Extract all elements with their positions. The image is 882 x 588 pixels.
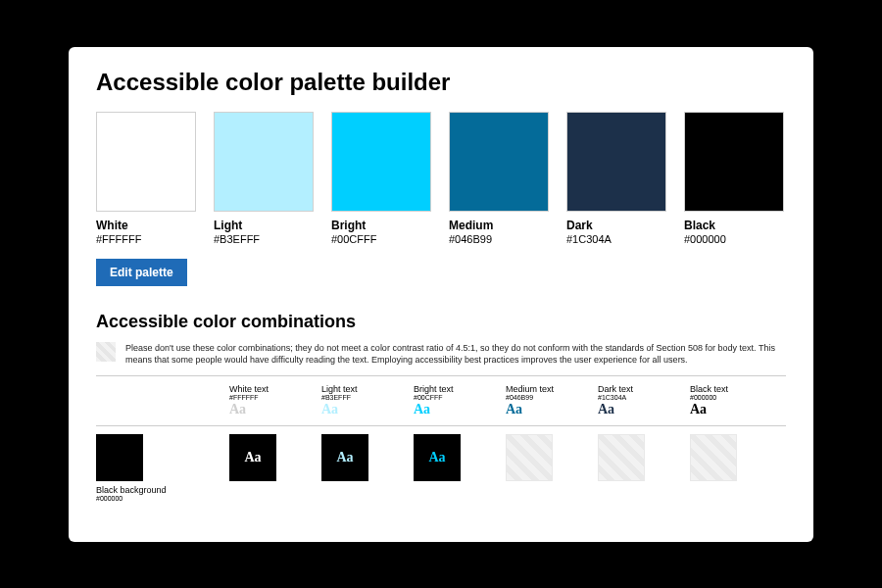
swatch-box[interactable] [566, 112, 666, 212]
combo-row-bg-swatch [96, 434, 143, 481]
combo-row-bg-label: Black background [96, 485, 206, 495]
swatch-name: Black [684, 219, 784, 232]
combo-header-label: Bright text [414, 384, 482, 394]
swatch-hex: #1C304A [566, 233, 666, 245]
swatch-col: Medium#046B99 [449, 112, 549, 245]
combinations-table: White text#FFFFFFAaLight text#B3EFFFAaBr… [96, 384, 786, 502]
combo-header-hex: #00CFFF [414, 394, 482, 401]
swatch-name: Medium [449, 219, 549, 232]
combo-header-hex: #FFFFFF [229, 394, 298, 401]
swatch-box[interactable] [331, 112, 431, 212]
swatch-name: White [96, 219, 196, 232]
combo-header-cell: Black text#000000Aa [690, 384, 759, 417]
combo-sample-invalid [598, 434, 645, 481]
combo-header-cell: Medium text#046B99Aa [506, 384, 574, 417]
divider [96, 425, 786, 426]
swatch-hex: #000000 [684, 233, 784, 245]
combo-header-label: Black text [690, 384, 759, 394]
combinations-body-row: Black background #000000 AaAaAa [96, 434, 786, 502]
swatch-col: Black#000000 [684, 112, 784, 245]
combo-header-hex: #046B99 [506, 394, 574, 401]
section-combinations-title: Accessible color combinations [96, 312, 786, 332]
combo-header-sample: Aa [598, 402, 666, 417]
divider [96, 375, 786, 376]
combo-cell [690, 434, 759, 481]
swatch-hex: #FFFFFF [96, 233, 196, 245]
combo-sample-valid: Aa [229, 434, 276, 481]
combo-cell [506, 434, 574, 481]
swatch-col: Bright#00CFFF [331, 112, 431, 245]
combo-header-label: Medium text [506, 384, 574, 394]
combo-header-sample: Aa [321, 402, 390, 417]
combo-header-sample: Aa [229, 402, 298, 417]
swatch-col: White#FFFFFF [96, 112, 196, 245]
swatch-name: Bright [331, 219, 431, 232]
swatch-box[interactable] [684, 112, 784, 212]
combo-cell: Aa [229, 434, 298, 481]
swatch-box[interactable] [449, 112, 549, 212]
combo-header-label: White text [229, 384, 298, 394]
warning-text: Please don't use these color combination… [125, 342, 786, 366]
edit-palette-button[interactable]: Edit palette [96, 259, 187, 286]
palette-row: White#FFFFFFLight#B3EFFFBright#00CFFFMed… [96, 112, 786, 245]
combo-header-hex: #B3EFFF [321, 394, 390, 401]
swatch-box[interactable] [96, 112, 196, 212]
combo-header-cell: Light text#B3EFFFAa [321, 384, 390, 417]
combo-cell: Aa [414, 434, 482, 481]
combo-cell: Aa [321, 434, 390, 481]
combo-header-label: Light text [321, 384, 390, 394]
page-title: Accessible color palette builder [96, 69, 786, 96]
combo-sample-valid: Aa [321, 434, 368, 481]
combo-sample-valid: Aa [414, 434, 461, 481]
swatch-col: Dark#1C304A [566, 112, 666, 245]
combo-header-cell: Dark text#1C304AAa [598, 384, 666, 417]
swatch-hex: #00CFFF [331, 233, 431, 245]
warning-row: Please don't use these color combination… [96, 342, 786, 366]
combo-header-label: Dark text [598, 384, 666, 394]
combo-header-sample: Aa [690, 402, 759, 417]
swatch-box[interactable] [214, 112, 314, 212]
combo-header-cell: Bright text#00CFFFAa [414, 384, 482, 417]
combo-row-label-col: Black background #000000 [96, 434, 206, 502]
warn-pattern-icon [96, 342, 116, 362]
swatch-name: Light [214, 219, 314, 232]
combo-sample-invalid [506, 434, 553, 481]
combinations-header-row: White text#FFFFFFAaLight text#B3EFFFAaBr… [96, 384, 786, 417]
combo-sample-invalid [690, 434, 737, 481]
combo-header-hex: #1C304A [598, 394, 666, 401]
combo-header-hex: #000000 [690, 394, 759, 401]
swatch-hex: #B3EFFF [214, 233, 314, 245]
combo-header-sample: Aa [506, 402, 574, 417]
swatch-name: Dark [566, 219, 666, 232]
app-window: Accessible color palette builder White#F… [69, 47, 813, 542]
combo-header-cell: White text#FFFFFFAa [229, 384, 298, 417]
swatch-hex: #046B99 [449, 233, 549, 245]
combo-header-sample: Aa [414, 402, 482, 417]
combo-row-bg-hex: #000000 [96, 495, 206, 502]
swatch-col: Light#B3EFFF [214, 112, 314, 245]
combo-cell [598, 434, 666, 481]
